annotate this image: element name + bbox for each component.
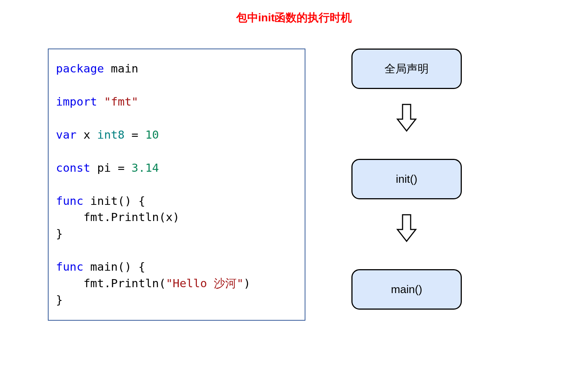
code-content: package main import "fmt" var x int8 = 1… [56,60,297,308]
keyword-const: const [56,161,90,174]
func-main-string: "Hello 沙河" [166,277,244,290]
var-type: int8 [97,128,125,141]
keyword-func: func [56,194,84,207]
var-value: 10 [145,128,159,141]
keyword-var: var [56,128,77,141]
keyword-package: package [56,62,104,75]
flow-step-main: main() [351,269,462,310]
arrow-down-icon [396,103,417,132]
code-block: package main import "fmt" var x int8 = 1… [48,49,305,321]
func-main-paren: ) [244,277,251,290]
flow-step-label: main() [391,283,422,296]
func-main-close: } [56,293,63,306]
keyword-func: func [56,260,84,273]
package-name: main [104,62,138,75]
func-main-call: fmt.Println( [56,277,166,290]
var-name: x [77,128,97,141]
flow-step-label: 全局声明 [385,61,429,76]
var-eq: = [125,128,145,141]
flow-step-init: init() [351,159,462,199]
flow-step-global-declaration: 全局声明 [351,49,462,89]
const-name: pi = [90,161,131,174]
func-main-sig: main() { [84,260,145,273]
flow-step-label: init() [396,173,417,185]
const-value: 3.14 [131,161,159,174]
func-init-sig: init() { [84,194,145,207]
diagram-title: 包中init函数的执行时机 [236,10,352,25]
func-init-body: fmt.Println(x) [56,210,180,224]
func-init-close: } [56,227,63,240]
arrow-down-icon [396,213,417,243]
keyword-import: import [56,95,97,108]
import-string: "fmt" [97,95,138,108]
